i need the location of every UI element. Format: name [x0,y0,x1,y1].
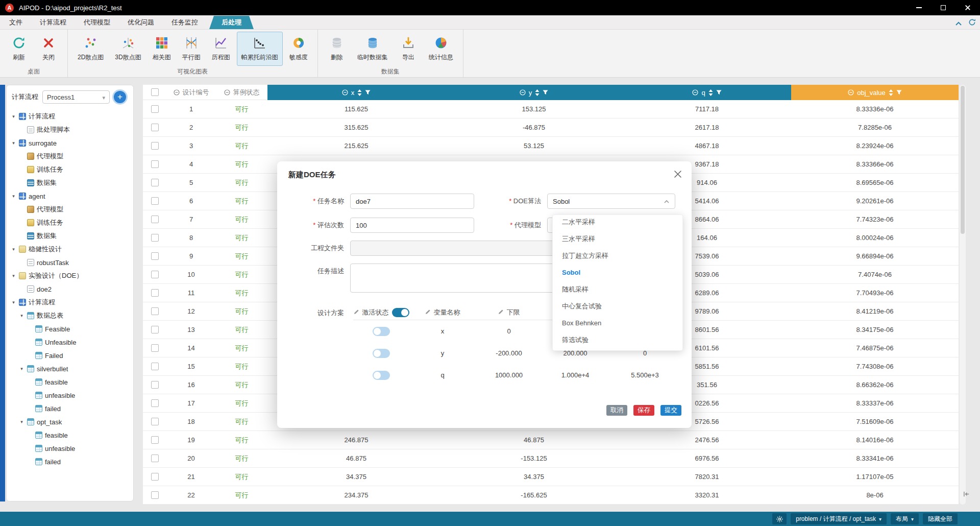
tree-node-代理模型[interactable]: 代理模型 [7,203,133,216]
tree-node-Feasible[interactable]: Feasible [7,322,133,336]
variable-toggle[interactable] [373,327,390,336]
tree-node-unfeasible[interactable]: unfeasible [7,389,133,402]
ribbon-button-帕累托前沿图[interactable]: 帕累托前沿图 [237,32,283,66]
ribbon-button-3D散点图[interactable]: 3D散点图 [110,32,145,66]
row-checkbox[interactable] [151,234,159,242]
row-checkbox[interactable] [151,197,159,205]
dropdown-option-二水平采样[interactable]: 二水平采样 [553,214,682,230]
collapse-ribbon-icon[interactable] [955,19,962,28]
column-header-y[interactable]: y [445,85,623,100]
tree-node-unfeasible[interactable]: unfeasible [7,442,133,455]
row-checkbox[interactable] [151,179,159,186]
dropdown-option-筛选试验[interactable]: 筛选试验 [553,331,682,348]
tab-计算流程[interactable]: 计算流程 [34,16,72,29]
row-checkbox[interactable] [151,289,159,297]
ribbon-button-相关图[interactable]: 相关图 [148,32,176,66]
row-checkbox[interactable] [151,418,159,425]
submit-button[interactable]: 提交 [660,405,681,416]
tab-任务监控[interactable]: 任务监控 [165,16,204,29]
tree-node-opt_task[interactable]: ▾opt_task [7,415,133,428]
row-checkbox[interactable] [151,307,159,315]
dropdown-option-随机采样[interactable]: 随机采样 [553,281,682,298]
dropdown-option-拉丁超立方采样[interactable]: 拉丁超立方采样 [553,247,682,264]
row-checkbox[interactable] [151,105,159,113]
layout-button[interactable]: 布局 [891,513,919,524]
tree-node-稳健性设计[interactable]: ▾稳健性设计 [7,243,133,256]
dropdown-option-Box Behnken[interactable]: Box Behnken [553,315,682,331]
tree-node-数据集[interactable]: 数据集 [7,176,133,189]
row-checkbox[interactable] [151,491,159,499]
tree-node-robustTask[interactable]: robustTask [7,256,133,269]
tree-node-数据集[interactable]: 数据集 [7,229,133,243]
maximize-button[interactable] [931,0,955,15]
column-header-id[interactable]: 设计编号 [166,85,216,100]
save-button[interactable]: 保存 [633,405,654,416]
variable-toggle[interactable] [373,371,390,380]
filter-icon[interactable] [716,90,722,95]
doe-algorithm-select[interactable]: Sobol [547,194,675,209]
row-checkbox[interactable] [151,399,159,407]
eval-count-input[interactable] [350,218,474,233]
tree-node-surrogate[interactable]: ▾surrogate [7,136,133,150]
settings-button[interactable] [772,513,787,524]
ribbon-button-临时数据集[interactable]: 临时数据集 [353,32,393,66]
dropdown-option-Sobol[interactable]: Sobol [553,264,682,281]
variable-toggle[interactable] [373,349,390,358]
select-all-checkbox[interactable] [151,88,159,96]
ribbon-button-删除[interactable]: 删除 [323,32,351,66]
tree-node-计算流程[interactable]: ▾计算流程 [7,296,133,309]
tree-node-实验设计（DOE）[interactable]: ▾实验设计（DOE） [7,269,133,282]
activate-master-toggle[interactable] [392,308,409,317]
tree-node-Unfeasible[interactable]: Unfeasible [7,336,133,349]
ribbon-button-敏感度[interactable]: 敏感度 [285,32,312,66]
hide-all-button[interactable]: 隐藏全部 [923,513,958,524]
row-checkbox[interactable] [151,363,159,370]
row-checkbox[interactable] [151,142,159,150]
minimize-button[interactable] [906,0,931,15]
tree-node-failed[interactable]: failed [7,402,133,415]
tree-node-批处理脚本[interactable]: 批处理脚本 [7,123,133,136]
row-checkbox[interactable] [151,455,159,462]
column-header-x[interactable]: x [267,85,445,100]
add-process-button[interactable] [114,91,126,103]
ribbon-button-历程图[interactable]: 历程图 [207,32,235,66]
tree-node-failed[interactable]: failed [7,455,133,468]
sort-icon[interactable] [535,89,540,96]
ribbon-button-平行图[interactable]: 平行图 [178,32,205,66]
row-checkbox[interactable] [151,124,159,131]
tree-node-训练任务[interactable]: 训练任务 [7,163,133,176]
row-checkbox[interactable] [151,381,159,389]
dropdown-option-中心复合试验[interactable]: 中心复合试验 [553,298,682,315]
vertical-scrollbar[interactable] [960,85,966,505]
sort-icon[interactable] [357,89,362,96]
ribbon-button-刷新[interactable]: 刷新 [5,32,33,66]
tab-后处理[interactable]: 后处理 [209,16,254,29]
ribbon-button-导出[interactable]: 导出 [395,32,422,66]
tree-node-feasible[interactable]: feasible [7,428,133,442]
sort-icon[interactable] [889,89,893,96]
dropdown-option-三水平采样[interactable]: 三水平采样 [553,230,682,247]
filter-icon[interactable] [896,90,902,95]
tree-node-agent[interactable]: ▾agent [7,189,133,203]
scrollbar-thumb[interactable] [961,86,965,234]
row-checkbox[interactable] [151,344,159,352]
breadcrumb-button[interactable]: problem / 计算流程 / opt_task [791,513,887,524]
tab-代理模型[interactable]: 代理模型 [78,16,116,29]
tree-node-训练任务[interactable]: 训练任务 [7,216,133,229]
row-checkbox[interactable] [151,252,159,260]
filter-icon[interactable] [543,90,548,95]
close-window-button[interactable] [955,0,980,15]
tree-node-代理模型[interactable]: 代理模型 [7,150,133,163]
process-select[interactable]: Process1 [42,90,110,104]
column-header-obj_value[interactable]: obj_value [791,85,959,100]
ribbon-button-2D散点图[interactable]: 2D散点图 [73,32,108,66]
row-checkbox[interactable] [151,473,159,481]
tree-node-feasible[interactable]: feasible [7,375,133,389]
ribbon-button-关闭[interactable]: 关闭 [35,32,62,66]
row-checkbox[interactable] [151,216,159,223]
tree-node-计算流程[interactable]: ▾计算流程 [7,110,133,123]
tab-文件[interactable]: 文件 [3,16,29,29]
tree-node-Failed[interactable]: Failed [7,349,133,362]
sort-icon[interactable] [708,89,713,96]
row-checkbox[interactable] [151,326,159,333]
